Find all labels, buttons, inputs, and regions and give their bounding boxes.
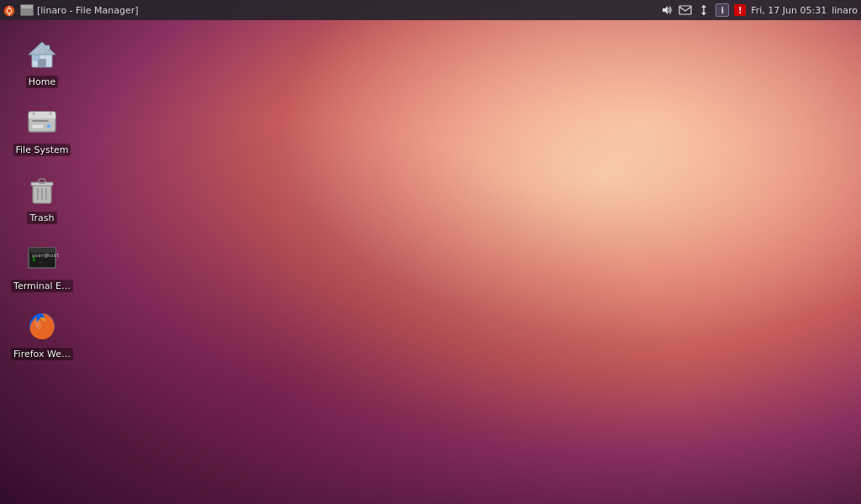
network-icon[interactable] [697,3,710,17]
filesystem-icon-item[interactable]: File System [8,98,76,160]
svg-marker-4 [663,6,668,14]
svg-point-19 [50,113,52,115]
svg-rect-10 [34,55,40,60]
volume-icon[interactable] [660,3,673,17]
desktop: [linaro - File Manager] [0,0,861,504]
terminal-icon-item[interactable]: $ _ user@host Terminal E… [8,234,76,296]
taskbar-title[interactable]: [linaro - File Manager] [20,4,139,16]
firefox-icon-label: Firefox We… [11,348,73,360]
taskbar-left: [linaro - File Manager] [3,4,139,16]
svg-rect-16 [32,124,44,129]
os-logo-icon [3,4,15,16]
info-icon[interactable]: i [716,3,729,17]
svg-rect-5 [679,6,691,14]
firefox-icon-item[interactable]: Firefox We… [8,302,76,364]
svg-point-18 [33,113,35,115]
svg-rect-14 [29,116,55,118]
email-icon[interactable] [679,3,692,17]
svg-rect-25 [39,179,45,183]
svg-point-17 [47,124,50,128]
window-title: [linaro - File Manager] [37,5,139,16]
svg-rect-15 [32,120,49,122]
filesystem-icon-label: File System [13,144,71,156]
trash-icon-image [22,170,62,210]
desktop-icons: Home [8,30,76,364]
home-icon-item[interactable]: Home [8,30,76,92]
firefox-icon-image [22,306,62,346]
svg-rect-11 [45,45,50,52]
filesystem-icon-image [22,102,62,142]
taskbar-right: i ! Fri, 17 Jun 05:31 linaro [660,3,858,17]
svg-text:user@host: user@host [32,252,59,258]
window-icon [20,4,34,16]
alert-icon[interactable]: ! [734,4,746,16]
trash-icon-item[interactable]: Trash [8,166,76,228]
taskbar: [linaro - File Manager] [0,0,861,20]
svg-marker-8 [29,42,55,55]
trash-icon-label: Trash [27,212,56,224]
home-icon-image [22,34,62,74]
terminal-icon-label: Terminal E… [11,280,73,292]
clock: Fri, 17 Jun 05:31 [751,5,827,16]
home-icon-label: Home [26,76,58,88]
terminal-icon-image: $ _ user@host [22,238,62,278]
username: linaro [832,5,858,16]
